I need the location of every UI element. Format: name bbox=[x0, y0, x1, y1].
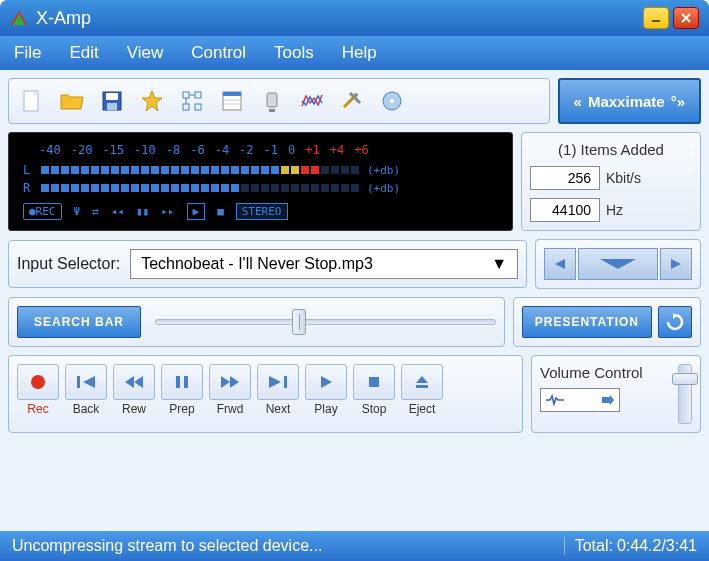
back-button[interactable]: Back bbox=[65, 364, 107, 424]
svg-marker-25 bbox=[600, 259, 636, 269]
samplerate-unit: Hz bbox=[606, 202, 623, 218]
playlist-button[interactable] bbox=[177, 87, 207, 115]
samplerate-value: 44100 bbox=[530, 198, 600, 222]
toolbar bbox=[8, 78, 550, 124]
svg-point-21 bbox=[354, 93, 358, 97]
refresh-button[interactable] bbox=[658, 306, 692, 338]
svg-marker-31 bbox=[125, 376, 134, 388]
svg-marker-8 bbox=[142, 91, 162, 111]
search-panel: SEARCH BAR bbox=[8, 297, 505, 347]
info-panel: (1) Items Added 256 Kbit/s 44100 Hz bbox=[521, 132, 701, 231]
svg-point-28 bbox=[31, 375, 45, 389]
volume-panel: Volume Control bbox=[531, 355, 701, 433]
volume-selector[interactable] bbox=[540, 388, 620, 412]
bitrate-unit: Kbit/s bbox=[606, 170, 641, 186]
stop-button[interactable]: Stop bbox=[353, 364, 395, 424]
svg-rect-40 bbox=[369, 377, 379, 387]
vu-left-channel: L (+db) bbox=[23, 163, 498, 177]
shuffle-icon: ⇄ bbox=[92, 205, 99, 218]
open-folder-button[interactable] bbox=[57, 87, 87, 115]
volume-title: Volume Control bbox=[540, 364, 668, 382]
svg-rect-2 bbox=[652, 20, 660, 22]
svg-marker-26 bbox=[671, 259, 681, 269]
client-area: « Maxximate °» -40 -20 -15 -10 -8 -6 -4 … bbox=[0, 70, 709, 531]
titlebar: X-Amp bbox=[0, 0, 709, 36]
rew-button[interactable]: Rew bbox=[113, 364, 155, 424]
menu-edit[interactable]: Edit bbox=[69, 43, 98, 63]
rec-button[interactable]: Rec bbox=[17, 364, 59, 424]
device-button[interactable] bbox=[257, 87, 287, 115]
equalizer-button[interactable] bbox=[297, 87, 327, 115]
svg-marker-37 bbox=[269, 376, 281, 388]
svg-marker-30 bbox=[83, 376, 95, 388]
volume-thumb[interactable] bbox=[672, 373, 698, 385]
menu-control[interactable]: Control bbox=[191, 43, 246, 63]
maxximate-label: Maxximate bbox=[588, 93, 665, 110]
nav-arrow-panel bbox=[535, 239, 701, 289]
disc-button[interactable] bbox=[377, 87, 407, 115]
status-separator bbox=[564, 537, 565, 555]
save-button[interactable] bbox=[97, 87, 127, 115]
right-chevrons-icon: °» bbox=[671, 93, 685, 110]
favorites-button[interactable] bbox=[137, 87, 167, 115]
svg-point-23 bbox=[390, 99, 394, 103]
minimize-button[interactable] bbox=[643, 7, 669, 29]
menu-view[interactable]: View bbox=[127, 43, 164, 63]
svg-marker-44 bbox=[610, 395, 614, 405]
input-selector-dropdown[interactable]: Technobeat - I'll Never Stop.mp3 ▼ bbox=[130, 249, 518, 279]
nav-prev-button[interactable] bbox=[544, 248, 576, 280]
play-button[interactable]: Play bbox=[305, 364, 347, 424]
input-selector-value: Technobeat - I'll Never Stop.mp3 bbox=[141, 255, 373, 273]
nav-next-button[interactable] bbox=[660, 248, 692, 280]
svg-marker-35 bbox=[221, 376, 230, 388]
svg-marker-41 bbox=[416, 376, 428, 383]
left-chevrons-icon: « bbox=[574, 93, 582, 110]
mini-pause-icon[interactable]: ▮▮ bbox=[136, 205, 149, 218]
menu-help[interactable]: Help bbox=[342, 43, 377, 63]
new-file-button[interactable] bbox=[17, 87, 47, 115]
svg-rect-9 bbox=[183, 92, 189, 98]
seek-slider[interactable] bbox=[155, 319, 496, 325]
mini-back-icon[interactable]: ◂◂ bbox=[111, 205, 124, 218]
chevron-down-icon: ▼ bbox=[491, 255, 507, 273]
svg-rect-11 bbox=[183, 104, 189, 110]
svg-rect-38 bbox=[284, 376, 287, 388]
statusbar: Uncompressing stream to selected device.… bbox=[0, 531, 709, 561]
next-button[interactable]: Next bbox=[257, 364, 299, 424]
maxximate-button[interactable]: « Maxximate °» bbox=[558, 78, 701, 124]
seek-thumb[interactable] bbox=[292, 309, 306, 335]
bitrate-value: 256 bbox=[530, 166, 600, 190]
svg-rect-10 bbox=[195, 92, 201, 98]
mini-play-icon[interactable]: ▶ bbox=[187, 203, 206, 220]
svg-rect-12 bbox=[195, 104, 201, 110]
eject-button[interactable]: Eject bbox=[401, 364, 443, 424]
waveform-icon bbox=[545, 393, 565, 407]
prep-button[interactable]: Prep bbox=[161, 364, 203, 424]
list-button[interactable] bbox=[217, 87, 247, 115]
vu-meter-display: -40 -20 -15 -10 -8 -6 -4 -2 -1 0 +1 +4 +… bbox=[8, 132, 513, 231]
nav-down-button[interactable] bbox=[578, 248, 658, 280]
items-added-label: (1) Items Added bbox=[558, 141, 664, 158]
search-bar-button[interactable]: SEARCH BAR bbox=[17, 306, 141, 338]
mini-fwd-icon[interactable]: ▸▸ bbox=[161, 205, 174, 218]
vu-rec-indicator: ●REC bbox=[23, 203, 62, 220]
settings-button[interactable] bbox=[337, 87, 367, 115]
antenna-icon: Ψ bbox=[74, 205, 81, 218]
mini-stop-icon[interactable]: ■ bbox=[217, 205, 224, 218]
app-window: X-Amp File Edit View Control Tools Help bbox=[0, 0, 709, 561]
close-button[interactable] bbox=[673, 7, 699, 29]
app-logo-icon bbox=[10, 10, 28, 26]
svg-rect-34 bbox=[184, 376, 188, 388]
status-message: Uncompressing stream to selected device.… bbox=[12, 537, 554, 555]
frwd-button[interactable]: Frwd bbox=[209, 364, 251, 424]
arrow-right-icon bbox=[601, 393, 615, 407]
presentation-button[interactable]: PRESENTATION bbox=[522, 306, 652, 338]
volume-slider[interactable] bbox=[678, 364, 692, 424]
vu-right-channel: R (+db) bbox=[23, 181, 498, 195]
svg-rect-6 bbox=[106, 93, 118, 100]
menu-file[interactable]: File bbox=[14, 43, 41, 63]
svg-rect-29 bbox=[77, 376, 80, 388]
svg-rect-19 bbox=[267, 93, 277, 107]
vu-scale: -40 -20 -15 -10 -8 -6 -4 -2 -1 0 +1 +4 +… bbox=[39, 143, 498, 157]
menu-tools[interactable]: Tools bbox=[274, 43, 314, 63]
